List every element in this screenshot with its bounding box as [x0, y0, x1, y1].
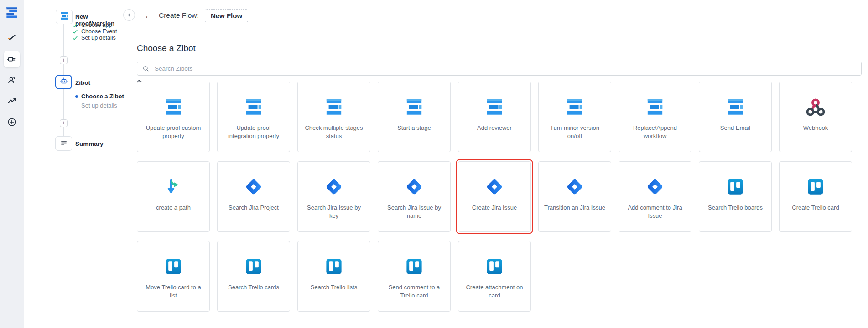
zibot-card-label: Add reviewer — [473, 124, 516, 132]
app-logo-icon — [5, 6, 18, 20]
webhook-icon — [805, 97, 826, 117]
zibot-card-label: Search Jira Issue by key — [298, 204, 370, 220]
trello-icon — [405, 256, 424, 277]
zibot-card[interactable]: Search Jira Issue by key — [297, 161, 370, 232]
zibot-card-label: Replace/Append workflow — [619, 124, 691, 140]
substep-choose-event: Choose Event — [72, 28, 117, 35]
trello-icon — [806, 177, 825, 197]
zibot-card-label: Search Jira Project — [224, 204, 283, 212]
add-step-button-1[interactable]: + — [60, 56, 68, 64]
zibot-card[interactable]: Add reviewer — [458, 82, 531, 152]
back-arrow-icon[interactable]: ← — [144, 11, 153, 20]
current-step-bullet — [75, 95, 78, 98]
section-heading: Choose a Zibot — [137, 43, 868, 53]
add-step-button-2[interactable]: + — [60, 119, 68, 127]
zibot-card-label: Send Email — [716, 124, 755, 132]
step-node-zibot[interactable] — [55, 75, 72, 89]
zibot-card[interactable]: Search Trello boards — [699, 161, 772, 232]
zibot-card-label: Update proof custom property — [137, 124, 209, 140]
zibot-card[interactable]: Search Jira Issue by name — [378, 161, 451, 232]
trend-icon[interactable] — [4, 93, 20, 109]
zibot-card[interactable]: Check multiple stages status — [297, 82, 370, 152]
zibot-card[interactable]: Replace/Append workflow — [619, 82, 691, 152]
zibot-icon — [484, 97, 505, 117]
chevron-left-icon — [127, 13, 131, 17]
substep-setup-details-1: Set up details — [72, 35, 116, 41]
zibot-card[interactable]: create a path — [137, 161, 210, 232]
zibot-card-label: Create Jira Issue — [468, 204, 521, 212]
zibot-icon — [404, 97, 425, 117]
zibot-card[interactable]: Create Trello card — [779, 161, 852, 232]
jira-icon — [564, 177, 585, 197]
zibot-card[interactable]: Search Trello lists — [297, 241, 370, 312]
robot-icon — [60, 77, 68, 87]
zibot-card[interactable]: Create Jira Issue — [458, 161, 531, 232]
trello-icon — [324, 256, 343, 277]
add-circle-icon[interactable] — [4, 114, 20, 130]
trello-icon — [726, 177, 745, 197]
zibot-card[interactable]: Turn minor version on/off — [538, 82, 611, 152]
step-node-summary[interactable] — [55, 136, 72, 151]
green-check-icon — [72, 35, 78, 41]
zibot-icon — [645, 97, 665, 117]
zibot-card[interactable]: Update proof integration property — [217, 82, 290, 152]
search-bar — [137, 62, 862, 76]
trello-icon — [485, 256, 504, 277]
zibot-card-label: Create Trello card — [787, 204, 843, 212]
plug-icon[interactable] — [4, 51, 20, 67]
zibot-card-label: Add comment to Jira Issue — [619, 204, 691, 220]
zibot-card-label: Check multiple stages status — [298, 124, 370, 140]
zibot-card[interactable]: Create attachment on card — [458, 241, 531, 312]
app-icon-rail — [0, 0, 24, 328]
zibot-card[interactable]: Search Trello cards — [217, 241, 290, 312]
zibot-card[interactable]: Search Jira Project — [217, 161, 290, 232]
zibot-icon — [725, 97, 746, 117]
substep-choose-app: Choose app — [72, 22, 112, 28]
green-check-icon — [72, 29, 78, 35]
zibot-icon — [323, 97, 344, 117]
zibot-card[interactable]: Update proof custom property — [137, 82, 210, 152]
path-icon — [164, 177, 182, 197]
zibot-card-label: Update proof integration property — [218, 124, 290, 140]
people-icon[interactable] — [4, 72, 20, 88]
zibot-card-label: Move Trello card to a list — [137, 283, 209, 299]
trello-icon — [244, 256, 263, 277]
jira-icon — [404, 177, 425, 197]
step-label-zibot: Zibot — [75, 79, 90, 86]
zibot-bars-icon — [59, 12, 69, 22]
zibot-grid: Update proof custom property Update proo… — [137, 82, 852, 312]
zibot-card[interactable]: Move Trello card to a list — [137, 241, 210, 312]
flow-name-field[interactable]: New Flow — [205, 9, 248, 22]
zibot-card[interactable]: Send comment to a Trello card — [378, 241, 451, 312]
substep-choose-zibot[interactable]: Choose a Zibot — [75, 93, 124, 100]
jira-icon — [645, 177, 665, 197]
zibot-icon — [243, 97, 264, 117]
zibot-card[interactable]: Send Email — [699, 82, 772, 152]
main-header: ← Create Flow: New Flow — [129, 0, 868, 31]
check-icon[interactable] — [4, 30, 20, 46]
substep-setup-details-2: Set up details — [81, 102, 117, 109]
zibot-card-label: Start a stage — [393, 124, 436, 132]
jira-icon — [243, 177, 264, 197]
zibot-chooser: Choose a Zibot Update proof custom prope… — [129, 31, 868, 312]
jira-icon — [484, 177, 505, 197]
zibot-card[interactable]: Start a stage — [378, 82, 451, 152]
zibot-card-label: Turn minor version on/off — [539, 124, 611, 140]
zibot-card[interactable]: Transition an Jira Issue — [538, 161, 611, 232]
zibot-card-label: Create attachment on card — [458, 283, 530, 299]
search-input[interactable] — [154, 62, 861, 75]
collapse-panel-button[interactable] — [123, 9, 135, 21]
zibot-card[interactable]: Webhook — [779, 82, 852, 152]
green-check-icon — [72, 22, 78, 28]
zibot-card[interactable]: Add comment to Jira Issue — [619, 161, 691, 232]
zibot-card-label: Send comment to a Trello card — [378, 283, 450, 299]
zibot-card-label: Search Jira Issue by name — [378, 204, 450, 220]
step-node-new-proof[interactable] — [56, 10, 73, 24]
zibot-card-label: Transition an Jira Issue — [540, 204, 610, 212]
search-icon — [142, 65, 149, 72]
summary-lines-icon — [60, 138, 68, 149]
zibot-card-label: Search Trello lists — [306, 283, 362, 292]
zibot-icon — [163, 97, 184, 117]
trello-icon — [164, 256, 183, 277]
page-title: Create Flow: — [159, 11, 199, 20]
